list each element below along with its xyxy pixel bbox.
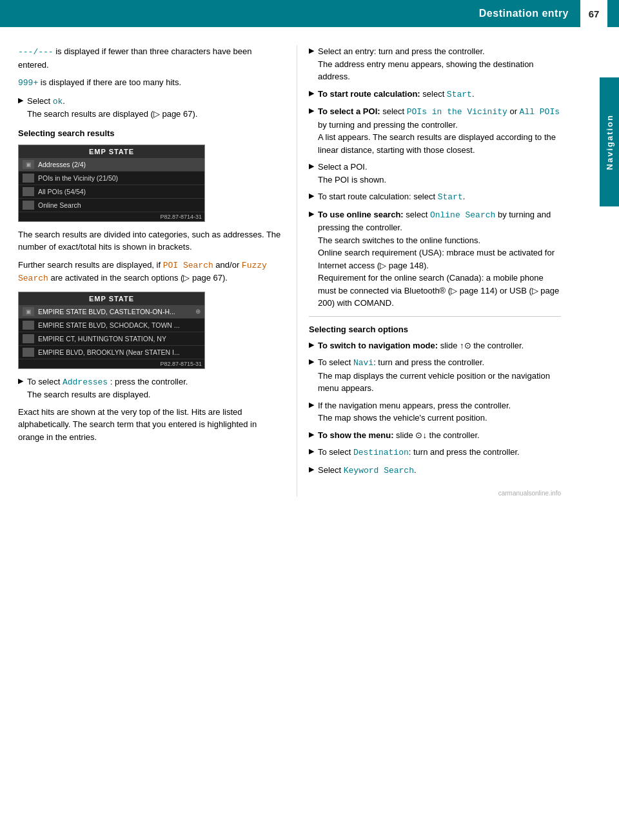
bullet-select-poi: ▶ To select a POI: select POIs in the Vi…	[309, 105, 561, 156]
code-start-2: Start	[438, 192, 463, 202]
arrow-icon-r5: ▶	[309, 192, 314, 200]
screenshot2-icon-4	[23, 348, 34, 357]
right-column: ▶ Select an entry: turn and press the co…	[297, 45, 593, 497]
arrow-icon-r11: ▶	[309, 447, 314, 455]
arrow-icon-r7: ▶	[309, 341, 314, 349]
intro-line-1: ---/--- is displayed if fewer than three…	[18, 45, 282, 71]
header-bar: Destination entry 67	[0, 0, 619, 27]
screenshot1-row-4: Online Search	[19, 199, 204, 212]
para-further-results: Further search results are displayed, if…	[18, 259, 282, 285]
arrow-icon-r10: ▶	[309, 430, 314, 439]
navigation-side-tab: Navigation	[600, 77, 619, 206]
arrow-icon-r2: ▶	[309, 89, 314, 97]
code-ok: ok	[53, 97, 63, 106]
screenshot2-row-2: EMPIRE STATE BLVD, SCHODACK, TOWN ...	[19, 319, 204, 332]
screenshot1-icon-2	[23, 174, 34, 183]
screenshot2-caption: P82.87-8715-31	[19, 359, 204, 368]
main-content: ---/--- is displayed if fewer than three…	[0, 27, 619, 510]
arrow-icon-r4: ▶	[309, 162, 314, 170]
arrow-icon-r8: ▶	[309, 357, 314, 366]
screenshot2-row-3: EMPIRE CT, HUNTINGTON STATION, NY	[19, 332, 204, 346]
header-page-number: 67	[580, 0, 607, 27]
side-tab-label: Navigation	[605, 114, 614, 170]
arrow-icon-1: ▶	[18, 96, 23, 105]
code-online-search: Online Search	[430, 210, 495, 220]
code-navi: Navi	[353, 358, 373, 368]
arrow-icon-r6: ▶	[309, 210, 314, 218]
para-search-categories: The search results are divided into cate…	[18, 228, 282, 254]
watermark: carmanualsonline.info	[309, 490, 561, 497]
section-heading-search-options: Selecting search options	[309, 325, 561, 334]
code-999: 999+	[18, 78, 38, 88]
code-pois-vicinity: POIs in the Vicinity	[407, 107, 507, 117]
section-heading-search-results: Selecting search results	[18, 128, 282, 138]
code-dashes: ---/---	[18, 47, 54, 57]
code-all-pois: All POIs	[520, 107, 560, 117]
arrow-icon-r3: ▶	[309, 106, 314, 115]
screenshot2-row-4: EMPIRE BLVD, BROOKLYN (Near STATEN I...	[19, 346, 204, 359]
screenshot2-icon-1: ▣	[23, 307, 34, 316]
screenshot1-row-3: All POIs (54/54)	[19, 185, 204, 199]
screenshot1-icon-4	[23, 201, 34, 210]
header-title: Destination entry	[479, 8, 569, 19]
code-keyword-search: Keyword Search	[344, 466, 414, 475]
screenshot2-icon-2	[23, 321, 34, 330]
screenshot2-title: EMP STATE	[19, 292, 204, 305]
left-column: ---/--- is displayed if fewer than three…	[0, 45, 297, 497]
bullet-keyword-search: ▶ Select Keyword Search.	[309, 464, 561, 477]
screenshot-1: EMP STATE ▣ Addresses (2/4) POIs in the …	[18, 145, 205, 222]
screenshot-2: EMP STATE ▣ EMPIRE STATE BLVD, CASTLETON…	[18, 292, 205, 369]
bullet-show-menu: ▶ To show the menu: slide ⊙↓ the control…	[309, 429, 561, 442]
screenshot1-icon-1: ▣	[23, 160, 34, 169]
bullet-online-search: ▶ To use online search: select Online Se…	[309, 208, 561, 310]
screenshot1-title: EMP STATE	[19, 145, 204, 158]
bullet-nav-menu-appears: ▶ If the navigation menu appears, press …	[309, 399, 561, 425]
bullet-select-a-poi: ▶ Select a POI. The POI is shown.	[309, 161, 561, 186]
arrow-icon-r12: ▶	[309, 465, 314, 474]
bullet-select-addresses: ▶ To select Addresses : press the contro…	[18, 375, 282, 401]
code-fuzzy-search: Fuzzy Search	[18, 261, 267, 284]
screenshot1-caption: P82.87-8714-31	[19, 212, 204, 221]
bullet-select-navi: ▶ To select Navi: turn and press the con…	[309, 356, 561, 395]
bullet-select-destination: ▶ To select Destination: turn and press …	[309, 446, 561, 459]
code-addresses: Addresses	[63, 377, 108, 387]
screenshot1-row-2: POIs in the Vicinity (21/50)	[19, 172, 204, 185]
arrow-icon-r9: ▶	[309, 401, 314, 409]
para-exact-hits: Exact hits are shown at the very top of …	[18, 406, 282, 444]
bullet-select-ok: ▶ Select ok. The search results are disp…	[18, 95, 282, 121]
screenshot1-row-1: ▣ Addresses (2/4)	[19, 158, 204, 172]
screenshot2-row-1: ▣ EMPIRE STATE BLVD, CASTLETON-ON-H... ⊕	[19, 305, 204, 319]
bullet-start-route-2: ▶ To start route calculation: select Sta…	[309, 190, 561, 204]
code-destination: Destination	[353, 448, 409, 457]
code-poi-search: POI Search	[163, 261, 213, 270]
code-start-1: Start	[447, 90, 472, 99]
screenshot1-icon-3	[23, 187, 34, 196]
screenshot2-edit-icon: ⊕	[195, 308, 201, 315]
bullet-select-entry: ▶ Select an entry: turn and press the co…	[309, 45, 561, 83]
bullet-start-route: ▶ To start route calculation: select Sta…	[309, 88, 561, 101]
screenshot2-icon-3	[23, 334, 34, 343]
divider-1	[309, 316, 561, 317]
arrow-icon-2: ▶	[18, 377, 23, 385]
intro-line-2: 999+ is displayed if there are too many …	[18, 76, 282, 90]
arrow-icon-r1: ▶	[309, 46, 314, 55]
bullet-nav-mode: ▶ To switch to navigation mode: slide ↑⊙…	[309, 339, 561, 352]
